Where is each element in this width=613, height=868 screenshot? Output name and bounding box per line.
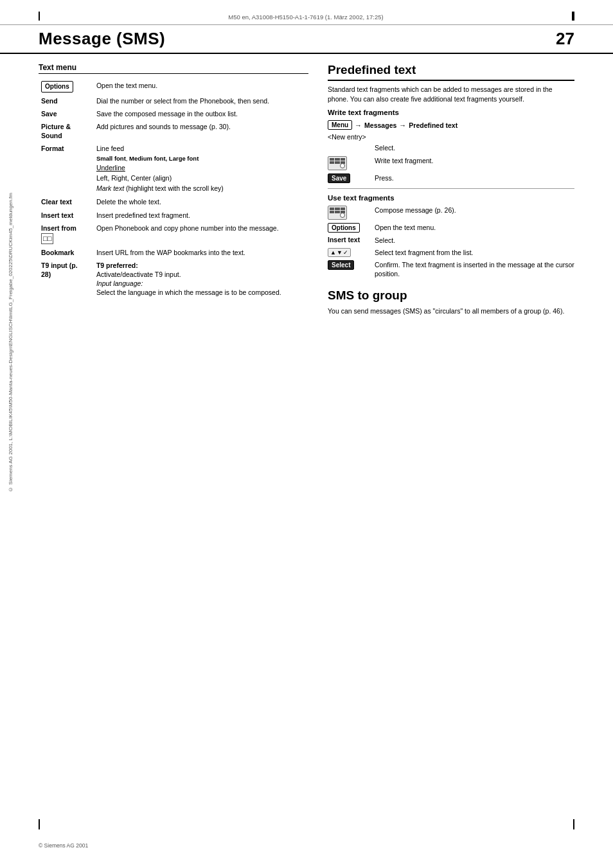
save-button[interactable]: Save xyxy=(328,173,350,183)
format-label: Format xyxy=(41,145,64,152)
cleartext-label: Clear text xyxy=(41,198,72,206)
instr-key-phoneicon2 xyxy=(328,206,369,220)
table-row: T9 input (p. 28) T9 preferred: Activate/… xyxy=(39,259,308,299)
format-item-linefeed: Line feed xyxy=(96,144,306,154)
table-cell-key: Clear text xyxy=(39,195,94,208)
instruction-row: Select Confirm. The text fragment is ins… xyxy=(328,260,574,278)
side-label: © Siemens AG 2001, L:\MOBILIK45\M50-Mant… xyxy=(8,193,13,492)
format-item-align: Left, Right, Center (align) xyxy=(96,173,306,184)
bottom-rules xyxy=(39,819,574,829)
new-entry-label: <New entry> xyxy=(328,133,574,141)
t9-inputlang-desc: Select the language in which the message… xyxy=(96,288,281,296)
predefined-text-section: Predefined text Standard text fragments … xyxy=(328,63,574,278)
table-cell-value: T9 preferred: Activate/deactivate T9 inp… xyxy=(94,259,308,299)
text-menu-heading: Text menu xyxy=(39,63,308,74)
predefined-text-heading: Predefined text xyxy=(328,63,574,81)
scroll-up-arrow: ▲ xyxy=(330,249,336,256)
instr-val-confirm: Confirm. The text fragment is inserted i… xyxy=(375,260,574,278)
table-cell-value: Open Phonebook and copy phone number int… xyxy=(94,222,308,246)
t9-preferred-heading: T9 preferred: xyxy=(96,261,138,269)
select-button[interactable]: Select xyxy=(328,260,354,270)
phone-compose-icon xyxy=(328,206,347,220)
phone-icon-circle xyxy=(340,213,345,218)
scroll-check: ✓ xyxy=(343,249,348,256)
predefined-text-nav: Predefined text xyxy=(409,121,458,129)
messages-label: Messages xyxy=(364,121,396,129)
instruction-row: Compose message (p. 26). xyxy=(328,206,574,220)
table-row: Send Dial the number or select from the … xyxy=(39,94,308,107)
grid-cell xyxy=(330,211,334,213)
table-row: Insert text Insert predefined text fragm… xyxy=(39,209,308,222)
instr-val-select1: Select. xyxy=(375,143,395,152)
use-fragments-heading: Use text fragments xyxy=(328,194,574,202)
meta-pipe-right xyxy=(565,12,574,22)
grid-cell xyxy=(341,158,345,161)
bottom-pipe-left xyxy=(39,819,40,829)
format-item-fontsize: Small font, Medium font, Large font xyxy=(96,154,306,163)
divider xyxy=(328,188,574,189)
t9-preferred-desc: Activate/deactivate T9 input. xyxy=(96,270,181,278)
write-fragments-heading: Write text fragments xyxy=(328,109,574,116)
inserttext-label2: Insert text xyxy=(328,236,360,244)
instr-key-select: Select xyxy=(328,260,369,270)
left-column: Text menu Options Open the text menu. Se… xyxy=(39,63,308,316)
table-cell-value: Insert predefined text fragment. xyxy=(94,209,308,222)
compose-circle xyxy=(340,163,345,168)
instr-val-compose: Compose message (p. 26). xyxy=(375,206,456,215)
table-row: Options Open the text menu. xyxy=(39,79,308,94)
table-cell-key: Send xyxy=(39,94,94,107)
options-button[interactable]: Options xyxy=(41,81,73,93)
t9-inputlang-heading: Input language: xyxy=(96,279,143,287)
table-row: Format Line feed Small font, Medium font… xyxy=(39,142,308,195)
sms-group-heading: SMS to group xyxy=(328,288,574,303)
page-title: Message (SMS) xyxy=(39,29,165,49)
menu-button[interactable]: Menu xyxy=(328,120,352,130)
right-column: Predefined text Standard text fragments … xyxy=(328,63,574,316)
instruction-row: Insert text Select. xyxy=(328,236,574,245)
table-cell-key: Insert from □□ xyxy=(39,222,94,246)
table-cell-key: Picture & Sound xyxy=(39,120,94,142)
pipe-right-icon xyxy=(572,12,574,21)
format-item-marktext: Mark text (highlight text with the scrol… xyxy=(96,184,306,194)
scroll-icon[interactable]: ▲ ▼ ✓ xyxy=(328,248,351,257)
instr-key-save: Save xyxy=(328,173,369,183)
options-button2[interactable]: Options xyxy=(328,223,360,233)
page-number: 27 xyxy=(556,29,574,49)
grid-cell xyxy=(335,161,339,164)
save-label: Save xyxy=(41,110,57,118)
table-cell-value: Insert URL from the WAP bookmarks into t… xyxy=(94,246,308,259)
instr-key-inserttext2: Insert text xyxy=(328,236,369,244)
title-bar: Message (SMS) 27 xyxy=(0,25,613,54)
instr-val-press: Press. xyxy=(375,173,394,182)
table-cell-value: Line feed Small font, Medium font, Large… xyxy=(94,142,308,195)
menu-path: Menu → Messages → Predefined text xyxy=(328,120,574,130)
table-row: Insert from □□ Open Phonebook and copy p… xyxy=(39,222,308,246)
grid-cell xyxy=(335,211,339,213)
bottom-pipe-right xyxy=(573,819,574,829)
table-cell-value: Dial the number or select from the Phone… xyxy=(94,94,308,107)
instruction-row: Save Press. xyxy=(328,173,574,183)
compose-icon xyxy=(328,156,347,170)
instruction-row: ▲ ▼ ✓ Select text fragment from the list… xyxy=(328,248,574,257)
table-cell-key: Format xyxy=(39,142,94,195)
format-item-underline: Underline xyxy=(96,163,306,173)
instruction-row: Select. xyxy=(328,143,574,152)
instr-val-insertselect: Select. xyxy=(375,236,395,245)
instr-val-write: Write text fragment. xyxy=(375,156,433,165)
meta-line: M50 en, A31008-H5150-A1-1-7619 (1. März … xyxy=(0,0,613,25)
table-row: Clear text Delete the whole text. xyxy=(39,195,308,208)
instr-key-phoneicon xyxy=(328,156,369,170)
scroll-down-arrow: ▼ xyxy=(337,249,342,256)
footer-copyright: © Siemens AG 2001 xyxy=(39,842,88,849)
instr-val-opentext: Open the text menu. xyxy=(375,223,436,232)
send-label: Send xyxy=(41,97,58,105)
sms-group-text: You can send messages (SMS) as "circular… xyxy=(328,306,574,316)
grid-cell xyxy=(335,208,339,210)
picture-sound-label: Picture & Sound xyxy=(41,123,71,139)
meta-pipe-left xyxy=(39,12,46,22)
table-cell-value: Open the text menu. xyxy=(94,79,308,94)
meta-center-text: M50 en, A31008-H5150-A1-1-7619 (1. März … xyxy=(228,13,383,21)
page: © Siemens AG 2001, L:\MOBILIK45\M50-Mant… xyxy=(0,0,613,868)
table-cell-key: Options xyxy=(39,79,94,94)
grid-cell xyxy=(335,158,339,161)
